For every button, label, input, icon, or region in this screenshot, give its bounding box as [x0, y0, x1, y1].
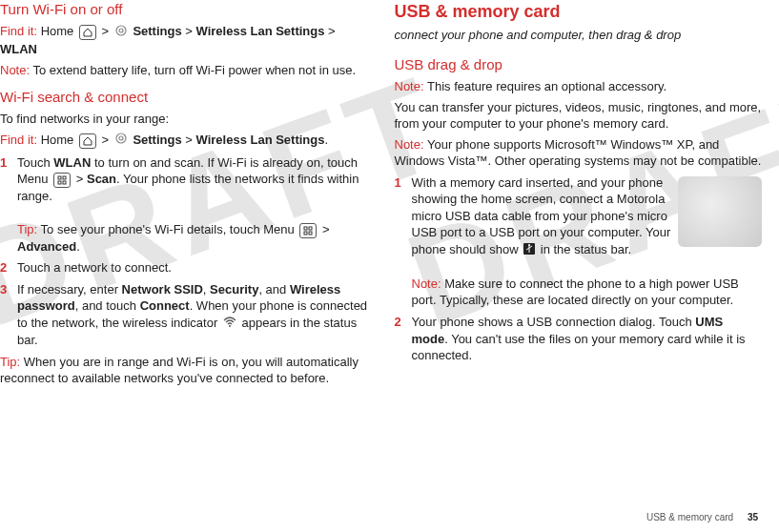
gear-icon [114, 132, 128, 150]
text: > [98, 24, 113, 38]
list-item: 2 Your phone shows a USB connection dial… [395, 314, 763, 364]
svg-rect-5 [63, 176, 66, 179]
step-body: With a memory card inserted, and your ph… [412, 174, 763, 309]
note-compat: Note: Your phone supports Microsoft™ Win… [395, 136, 763, 170]
text: , [203, 282, 210, 297]
text: To see your phone's Wi-Fi details, touch… [37, 222, 297, 236]
note-label: Note: [0, 63, 30, 77]
wlan-settings-label: Wireless Lan Settings [196, 133, 325, 147]
text: . [76, 239, 80, 254]
wlan-label: WLAN [0, 42, 37, 56]
text: > [318, 222, 329, 236]
heading-wifi-toggle: Turn Wi-Fi on or off [0, 0, 368, 19]
scan-label: Scan [87, 172, 116, 186]
heading-usb-memory: USB & memory card [395, 0, 763, 23]
svg-rect-6 [58, 181, 61, 184]
step-number: 2 [395, 314, 412, 364]
step-body: Touch a network to connect. [17, 259, 368, 276]
page-container: Turn Wi-Fi on or off Find it: Home > Set… [0, 0, 779, 532]
svg-rect-9 [309, 227, 312, 230]
wlan-label: WLAN [53, 155, 91, 170]
left-column: Turn Wi-Fi on or off Find it: Home > Set… [0, 0, 381, 509]
svg-rect-4 [58, 176, 61, 179]
text: Make sure to connect the phone to a high… [412, 276, 739, 308]
note-accessory: Note: This feature requires an optional … [395, 78, 763, 95]
list-item: 1 With a memory card inserted, and your … [395, 174, 763, 309]
note-label: Note: [395, 137, 424, 152]
svg-rect-11 [309, 232, 312, 235]
findit-path-2: Find it: Home > Settings > Wireless Lan … [0, 132, 368, 150]
steps-list: 1 Touch WLAN to turn on and scan. If Wi-… [0, 154, 368, 349]
step-number: 1 [395, 174, 412, 309]
advanced-label: Advanced [17, 239, 76, 254]
step-body: Your phone shows a USB connection dialog… [412, 314, 763, 364]
text: in the status bar. [537, 242, 631, 256]
text: , and touch [75, 298, 140, 313]
usb-status-icon [523, 242, 535, 259]
note-label: Note: [395, 79, 424, 93]
text: This feature requires an optional access… [424, 79, 667, 93]
home-icon [79, 133, 96, 149]
text: , and [258, 282, 290, 297]
text: > [182, 24, 196, 38]
svg-point-1 [119, 29, 123, 32]
findit-path-1: Find it: Home > Settings > Wireless Lan … [0, 23, 368, 57]
security-label: Security [210, 282, 258, 297]
paragraph-transfer: You can transfer your pictures, videos, … [395, 99, 763, 133]
text: Home [37, 24, 77, 38]
paragraph-find: To find networks in your range: [0, 111, 368, 128]
heading-wifi-search: Wi-Fi search & connect [0, 88, 368, 107]
tip-reconnect: Tip: When you are in range and Wi-Fi is … [0, 354, 368, 387]
step-number: 3 [0, 281, 17, 349]
text: > [72, 172, 87, 186]
text: Home [37, 133, 77, 147]
step-body: Touch WLAN to turn on and scan. If Wi-Fi… [17, 154, 368, 255]
text: > [98, 133, 113, 147]
svg-point-3 [119, 136, 123, 140]
note-battery: Note: To extend battery life, turn off W… [0, 62, 368, 79]
text: Your phone supports Microsoft™ Windows™ … [395, 137, 762, 169]
list-item: 3 If necessary, enter Network SSID, Secu… [0, 281, 368, 349]
gear-icon [114, 24, 128, 42]
wifi-icon [223, 316, 236, 333]
home-icon [79, 25, 96, 40]
settings-label: Settings [133, 133, 181, 147]
heading-usb-drag: USB drag & drop [395, 55, 763, 74]
list-item: 2 Touch a network to connect. [0, 259, 368, 276]
findit-label: Find it: [0, 133, 37, 147]
right-column: USB & memory card connect your phone and… [381, 0, 763, 509]
menu-icon [299, 223, 317, 238]
wlan-settings-label: Wireless Lan Settings [196, 24, 325, 38]
step-body: If necessary, enter Network SSID, Securi… [17, 281, 368, 349]
text: When you are in range and Wi-Fi is on, y… [0, 355, 359, 386]
tip-label: Tip: [17, 222, 37, 236]
text: If necessary, enter [17, 282, 122, 297]
findit-label: Find it: [0, 24, 37, 38]
text: Touch [17, 155, 53, 170]
text: Your phone shows a USB connection dialog… [412, 315, 696, 329]
svg-point-2 [116, 133, 126, 143]
text: . You can't use the files on your memory… [412, 332, 746, 363]
svg-rect-10 [304, 232, 307, 235]
svg-point-14 [528, 244, 530, 246]
subtitle: connect your phone and computer, then dr… [395, 27, 763, 44]
text: > [324, 24, 335, 38]
svg-point-0 [116, 26, 126, 35]
svg-rect-8 [304, 227, 307, 230]
steps-list: 1 With a memory card inserted, and your … [395, 174, 763, 364]
ssid-label: Network SSID [122, 282, 203, 297]
connect-label: Connect [140, 298, 190, 313]
svg-point-12 [229, 325, 231, 327]
text: To extend battery life, turn off Wi-Fi p… [30, 63, 356, 77]
menu-icon [53, 173, 71, 188]
svg-rect-7 [63, 181, 66, 184]
usb-cable-image [678, 176, 762, 247]
note-label: Note: [412, 276, 441, 291]
step-number: 2 [0, 259, 17, 276]
list-item: 1 Touch WLAN to turn on and scan. If Wi-… [0, 154, 368, 255]
text: > [182, 133, 196, 147]
step-number: 1 [0, 154, 17, 255]
tip-label: Tip: [0, 355, 20, 369]
settings-label: Settings [133, 24, 181, 38]
